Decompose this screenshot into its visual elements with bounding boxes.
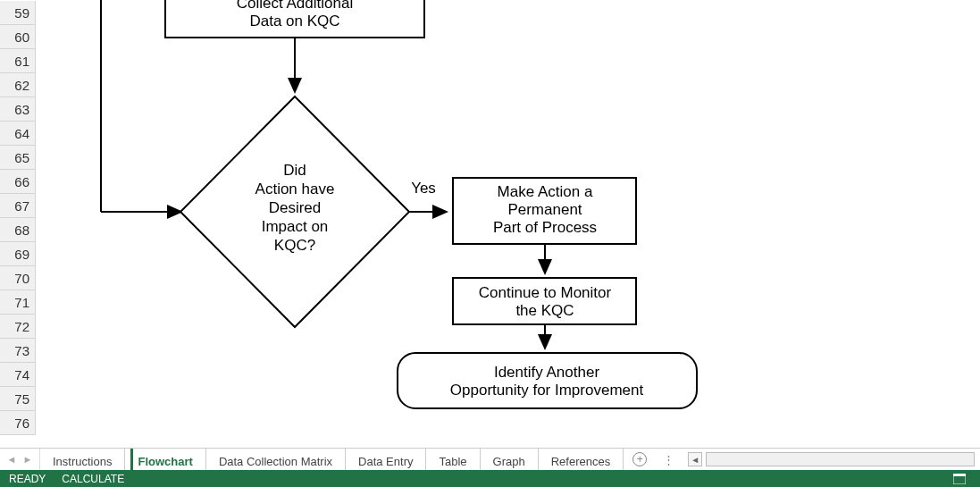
tab-graph[interactable]: Graph [481, 449, 539, 470]
row-header-69[interactable]: 69 [0, 242, 36, 266]
row-headers: 59 60 61 62 63 64 65 66 67 68 69 70 71 7… [0, 1, 36, 435]
tab-data-entry[interactable]: Data Entry [346, 449, 426, 470]
row-header-60[interactable]: 60 [0, 25, 36, 49]
row-header-73[interactable]: 73 [0, 339, 36, 363]
horizontal-scroll: ◄ [683, 449, 980, 470]
row-header-61[interactable]: 61 [0, 49, 36, 73]
row-header-65[interactable]: 65 [0, 146, 36, 170]
tab-nav-next-icon[interactable]: ► [21, 454, 34, 465]
status-ready: READY [9, 473, 46, 485]
row-header-74[interactable]: 74 [0, 363, 36, 387]
tab-nav-buttons: ◄ ► [0, 449, 40, 470]
row-header-71[interactable]: 71 [0, 290, 36, 315]
status-bar: READY CALCULATE [0, 470, 980, 487]
tab-data-collection-matrix[interactable]: Data Collection Matrix [206, 449, 346, 470]
add-sheet-button[interactable]: + [624, 449, 656, 470]
row-header-76[interactable]: 76 [0, 411, 36, 435]
row-header-66[interactable]: 66 [0, 170, 36, 194]
row-header-64[interactable]: 64 [0, 122, 36, 146]
view-normal-icon[interactable] [951, 473, 967, 485]
row-header-68[interactable]: 68 [0, 218, 36, 242]
sheet-tabs: Instructions Flowchart Data Collection M… [40, 449, 624, 470]
hscroll-left-icon[interactable]: ◄ [688, 452, 702, 466]
row-header-72[interactable]: 72 [0, 315, 36, 339]
row-header-63[interactable]: 63 [0, 97, 36, 122]
tab-references[interactable]: References [539, 449, 624, 470]
row-header-70[interactable]: 70 [0, 266, 36, 290]
column-headers: B C D E F G H I J K L [0, 0, 969, 1]
tab-overflow-menu[interactable]: ⋮ [656, 449, 683, 470]
sheet-tab-bar: ◄ ► Instructions Flowchart Data Collecti… [0, 448, 980, 470]
tab-instructions[interactable]: Instructions [40, 449, 125, 470]
plus-icon: + [632, 452, 647, 466]
hscroll-track[interactable] [706, 452, 975, 466]
tab-table[interactable]: Table [426, 449, 480, 470]
row-header-75[interactable]: 75 [0, 387, 36, 411]
tab-flowchart[interactable]: Flowchart [125, 449, 205, 470]
row-header-62[interactable]: 62 [0, 73, 36, 97]
cell-grid[interactable] [36, 0, 980, 437]
row-header-59[interactable]: 59 [0, 1, 36, 25]
status-calculate: CALCULATE [62, 473, 124, 485]
tab-nav-prev-icon[interactable]: ◄ [5, 454, 18, 465]
svg-rect-13 [953, 474, 966, 476]
row-header-67[interactable]: 67 [0, 194, 36, 218]
